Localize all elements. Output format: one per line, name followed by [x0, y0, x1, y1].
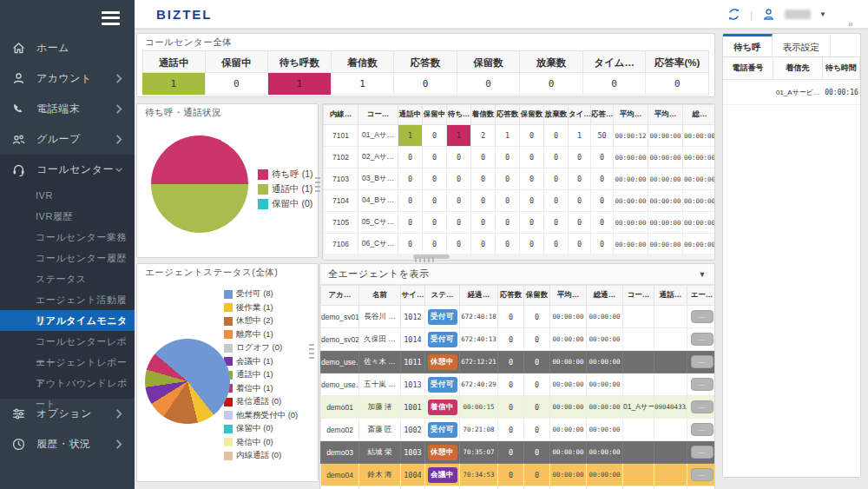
vertical-splitter-grip[interactable]	[309, 344, 314, 359]
agent-avg-talk: 00:00:00	[550, 464, 587, 486]
sidebar-item-history-status[interactable]: 履歴・状況	[0, 429, 135, 459]
agent-action-button[interactable]: ---	[691, 355, 713, 368]
legend-item: 他業務受付中 (0)	[224, 409, 298, 423]
queue-cell: 00:00:00	[683, 212, 716, 234]
agent-col-header: 応答数	[498, 286, 524, 306]
summary-col-value: 0	[520, 73, 583, 96]
queue-cell: 0	[447, 190, 471, 212]
legend-item: 会議中 (1)	[224, 355, 298, 369]
agent-site: 1001	[401, 396, 425, 419]
agent-action-cell: ---	[687, 328, 716, 351]
agent-action-button[interactable]: ---	[691, 446, 713, 459]
agent-held	[524, 486, 550, 489]
tab-waiting-calls[interactable]: 待ち呼	[723, 34, 773, 56]
refresh-icon[interactable]	[727, 7, 741, 22]
legend-item: 通話中 (1)	[258, 182, 313, 196]
vertical-splitter-grip[interactable]	[315, 177, 320, 192]
agent-site: 1002	[401, 419, 425, 441]
queue-cell: 0	[520, 147, 544, 169]
queue-cell: 2	[471, 125, 496, 147]
queue-cell: 00:00:12	[614, 125, 648, 147]
agent-elapsed: 672:40:13	[460, 328, 498, 351]
sidebar-item-ivr[interactable]: IVR	[0, 185, 135, 206]
tab-display-settings[interactable]: 表示設定	[773, 34, 831, 56]
queue-table-panel: 内線…コー…通話中保留中待ち…着信数応答数保留数放棄数タイ…応答…平均…平均…総…	[322, 103, 715, 261]
legend-swatch	[258, 184, 268, 195]
sidebar-item-account[interactable]: アカウント	[0, 63, 135, 94]
agent-name: 久保田 …	[359, 328, 401, 351]
horizontal-splitter-grip[interactable]	[415, 257, 436, 262]
phone-icon	[11, 102, 26, 116]
queue-row: 710101_Aサ…101210015000:00:1200:00:0000:0…	[324, 125, 716, 147]
agent-action-button[interactable]: ---	[691, 468, 713, 481]
agent-col-header: 経過…	[460, 286, 498, 306]
queue-cell: 03_Bサ…	[358, 169, 398, 190]
queue-cell: 0	[423, 212, 447, 234]
queue-col-header: 着信数	[471, 105, 496, 125]
queue-cell: 0	[447, 147, 471, 169]
waiting-col-header: 電話番号	[723, 57, 773, 79]
queue-cell: 0	[496, 190, 520, 212]
queue-cell: 0	[520, 212, 544, 234]
sidebar-item-outbound-report[interactable]: アウトバウンドレポート	[0, 373, 135, 393]
sidebar-item-realtime-monitor[interactable]: リアルタイムモニタ	[0, 310, 135, 331]
agent-action-cell: ---	[687, 373, 716, 396]
filter-icon[interactable]: ▼	[699, 270, 707, 279]
agent-action-button[interactable]: ---	[691, 400, 713, 413]
agent-action-button[interactable]: ---	[691, 423, 713, 436]
agent-elapsed: 672:12:21	[460, 351, 498, 373]
agent-status-cell: 受付可	[425, 328, 460, 351]
summary-col-header: 放棄数	[520, 50, 583, 73]
agent-held: 0	[524, 464, 550, 486]
sidebar-item-home[interactable]: ホーム	[0, 33, 135, 63]
queue-cell: 0	[471, 190, 496, 212]
sidebar-item-status[interactable]: ステータス	[0, 268, 135, 289]
summary-col-header: 応答率(%)	[646, 50, 709, 73]
legend-label: ログオフ (0)	[236, 342, 282, 354]
agent-phone	[654, 306, 687, 328]
legend-swatch	[224, 438, 233, 446]
collapse-panel-icon[interactable]: »	[848, 19, 853, 29]
agent-account	[321, 486, 359, 489]
agent-action-button[interactable]: ---	[691, 378, 713, 391]
agent-site: 1014	[401, 328, 425, 351]
agent-account: demo_sv02	[321, 328, 359, 351]
queue-cell: 0	[544, 212, 569, 234]
chevron-down-icon[interactable]: ▼	[819, 10, 826, 18]
user-icon[interactable]	[761, 7, 776, 22]
pie1-legend: 待ち呼 (1)通話中 (1)保留中 (0)	[258, 167, 313, 211]
sidebar-item-callcenter-history[interactable]: コールセンター履歴	[0, 248, 135, 268]
agent-site: 1013	[401, 373, 425, 396]
summary-col-header: タイム…	[583, 50, 647, 73]
sidebar-item-group[interactable]: グループ	[0, 124, 135, 155]
agent-site: 1003	[401, 441, 425, 464]
sidebar-item-agent-report[interactable]: エージェントレポート	[0, 352, 135, 373]
sidebar-item-callcenter-work[interactable]: コールセンター業務	[0, 227, 135, 248]
queue-cell: 00:00:00	[683, 147, 716, 169]
waiting-time: 00:00:16	[823, 89, 860, 96]
queue-cell: 01_Aサ…	[358, 125, 398, 147]
agent-callcenter	[623, 351, 654, 373]
agent-action-button[interactable]: ---	[691, 333, 713, 346]
agent-phone	[654, 328, 687, 351]
agent-action-cell: ---	[687, 441, 716, 464]
waiting-call-row: 01_Aサービ…00:00:16	[723, 80, 860, 105]
legend-label: 発信通話 (0)	[236, 396, 281, 407]
sidebar-item-agent-activity-history[interactable]: エージェント活動履歴	[0, 289, 135, 310]
agent-status-cell: 着信中	[425, 396, 460, 419]
header-separator: |	[750, 10, 753, 20]
sidebar-item-phone-terminal[interactable]: 電話端末	[0, 94, 135, 124]
agent-elapsed: 672:40:18	[460, 306, 498, 328]
queue-col-header: 応答…	[591, 105, 614, 125]
summary-panel-title: コールセンター全体	[137, 34, 714, 50]
agent-action-button[interactable]: ---	[691, 310, 713, 323]
sidebar-item-ivr-history[interactable]: IVR履歴	[0, 206, 135, 227]
sidebar-item-callcenter-report[interactable]: コールセンターレポート	[0, 331, 135, 352]
queue-row: 710606_Cサ…00000000000:00:0000:00:0000:00…	[324, 234, 716, 255]
sidebar-item-callcenter[interactable]: コールセンター	[0, 155, 135, 185]
hamburger-menu-icon[interactable]	[102, 8, 120, 28]
agent-name: 斎藤 匠	[359, 419, 401, 441]
queue-cell: 7104	[324, 190, 358, 212]
queue-cell: 0	[496, 147, 520, 169]
sidebar-item-options[interactable]: オプション	[0, 399, 135, 429]
